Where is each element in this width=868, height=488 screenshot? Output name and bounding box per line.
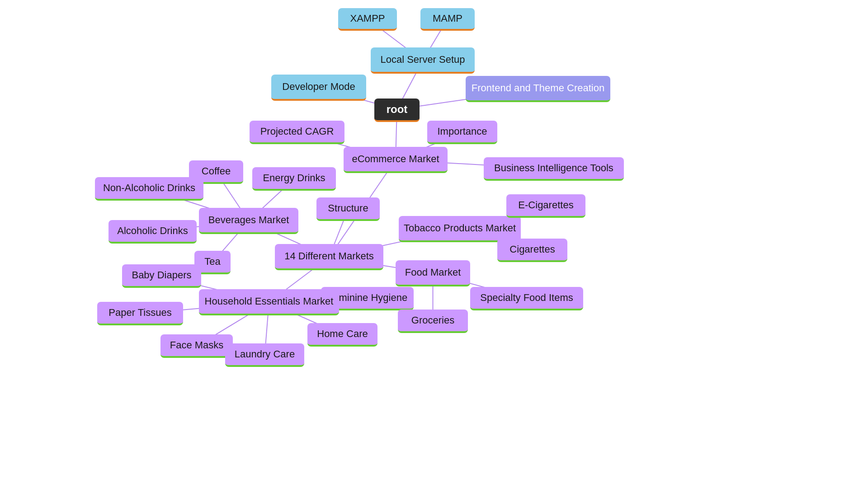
node-xampp[interactable]: XAMPP (338, 8, 397, 31)
node-face-masks[interactable]: Face Masks (160, 334, 233, 358)
node-bi-tools[interactable]: Business Intelligence Tools (484, 157, 624, 181)
node-non-alcoholic[interactable]: Non-Alcoholic Drinks (95, 177, 203, 201)
node-projected-cagr[interactable]: Projected CAGR (250, 121, 344, 144)
node-household-market[interactable]: Household Essentials Market (199, 289, 339, 315)
node-14-markets[interactable]: 14 Different Markets (275, 244, 383, 270)
node-root[interactable]: root (374, 99, 420, 122)
node-structure[interactable]: Structure (316, 197, 380, 221)
node-e-cigarettes[interactable]: E-Cigarettes (506, 194, 585, 218)
node-frontend-theme[interactable]: Frontend and Theme Creation (466, 76, 610, 102)
node-beverages-market[interactable]: Beverages Market (199, 208, 298, 234)
node-groceries[interactable]: Groceries (398, 310, 468, 333)
node-food-market[interactable]: Food Market (396, 260, 470, 286)
node-laundry-care[interactable]: Laundry Care (225, 343, 304, 367)
node-local-server[interactable]: Local Server Setup (371, 47, 475, 74)
node-home-care[interactable]: Home Care (307, 323, 377, 347)
node-mamp[interactable]: MAMP (420, 8, 475, 31)
node-energy-drinks[interactable]: Energy Drinks (252, 167, 336, 191)
node-paper-tissues[interactable]: Paper Tissues (97, 302, 183, 325)
node-alcoholic-drinks[interactable]: Alcoholic Drinks (108, 220, 197, 244)
node-ecommerce-market[interactable]: eCommerce Market (344, 147, 448, 173)
node-specialty-food[interactable]: Specialty Food Items (470, 287, 583, 310)
node-cigarettes[interactable]: Cigarettes (497, 239, 567, 262)
node-developer-mode[interactable]: Developer Mode (271, 75, 366, 101)
node-importance[interactable]: Importance (427, 121, 497, 144)
node-baby-diapers[interactable]: Baby Diapers (122, 264, 201, 288)
mind-map-canvas: rootXAMPPMAMPLocal Server SetupDeveloper… (0, 0, 868, 488)
